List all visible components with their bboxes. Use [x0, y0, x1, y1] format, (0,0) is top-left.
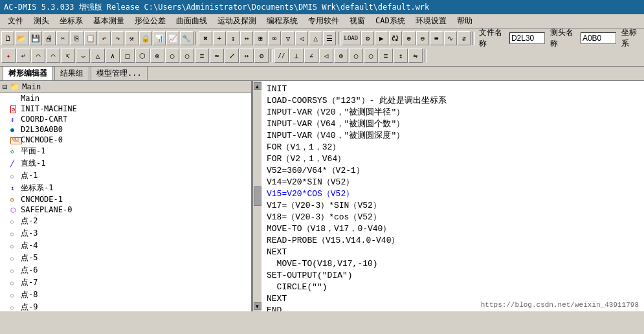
tb-redo[interactable]: ↷ — [111, 31, 124, 45]
tb2-btn15[interactable]: ≈ — [210, 49, 224, 63]
menu-cad[interactable]: CAD系统 — [370, 14, 410, 28]
tb2-btn17[interactable]: ↔ — [239, 49, 254, 63]
tb2-btn13[interactable]: ○ — [180, 49, 194, 63]
tree-node-cncmode-1[interactable]: ⚙CNCMODE-1 — [0, 194, 251, 205]
menu-help[interactable]: 帮助 — [452, 14, 478, 28]
tb2-btn9[interactable]: □ — [120, 49, 135, 63]
tb-btn16[interactable]: ⚙ — [361, 31, 374, 45]
tb-print[interactable]: 🖨 — [43, 31, 56, 45]
tb-btn22[interactable]: ∿ — [444, 31, 457, 45]
tab-model-manage[interactable]: 模型管理... — [91, 66, 148, 80]
scroll-thumb[interactable] — [254, 186, 261, 206]
tree-node-line-1[interactable]: ╱直线-1 — [0, 157, 251, 170]
menu-software[interactable]: 专用软件 — [303, 14, 344, 28]
menu-surface[interactable]: 曲面曲线 — [171, 14, 212, 28]
tree-node-point-5[interactable]: ○点-5 — [0, 252, 251, 264]
tb2-btn5[interactable]: ↸ — [61, 49, 75, 63]
menu-probe[interactable]: 测头 — [28, 14, 54, 28]
tb2-par1[interactable]: // — [274, 49, 289, 63]
scroll-down[interactable]: ▼ — [254, 302, 261, 310]
tb-btn13[interactable]: ◁ — [295, 31, 308, 45]
tb2-btn1[interactable]: ✦ — [1, 49, 16, 63]
tb-btn7[interactable]: + — [213, 31, 226, 45]
tb2-par7[interactable]: ○ — [364, 49, 378, 63]
tab-result-group[interactable]: 结果组 — [54, 66, 89, 80]
tree-node-point-7[interactable]: ○点-7 — [0, 276, 251, 289]
tb-btn4[interactable]: 📈 — [166, 31, 179, 45]
tree-scrollbar[interactable]: ▲ ▼ — [252, 81, 261, 311]
tb-btn5[interactable]: 🔧 — [180, 31, 193, 45]
tb-copy[interactable]: ⎘ — [70, 31, 83, 45]
tb2-par9[interactable]: ↕ — [394, 49, 408, 63]
tree-node-coord-cart[interactable]: ↕COORD-CART — [0, 114, 251, 124]
tb-cut[interactable]: ✂ — [56, 31, 69, 45]
tb-btn20[interactable]: ⊖ — [416, 31, 429, 45]
scroll-up[interactable]: ▲ — [254, 82, 261, 90]
tb2-btn10[interactable]: ⬡ — [135, 49, 150, 63]
tb2-par2[interactable]: ⊥ — [289, 49, 304, 63]
tree-node-d2l30a0b0[interactable]: ●D2L30A0B0 — [0, 124, 251, 135]
tb2-btn14[interactable]: ≡ — [195, 49, 209, 63]
tb2-par6[interactable]: ○ — [349, 49, 363, 63]
menu-geotol[interactable]: 形位公差 — [129, 14, 171, 28]
tb-btn15[interactable]: ☰ — [323, 31, 336, 45]
tb-btn1[interactable]: ⚒ — [125, 31, 138, 45]
menu-basic[interactable]: 基本测量 — [88, 14, 129, 28]
tab-tree-editor[interactable]: 树形编辑器 — [3, 66, 53, 80]
tb-btn6[interactable]: ✖ — [199, 31, 212, 45]
tb2-btn7[interactable]: △ — [91, 49, 105, 63]
tb-btn12[interactable]: ▽ — [282, 31, 294, 45]
tree-node-init-machine[interactable]: ⚙INIT-MACHINE — [0, 104, 251, 114]
menu-env[interactable]: 环境设置 — [410, 14, 452, 28]
tb-new[interactable]: 🗋 — [1, 31, 14, 45]
filename-input[interactable] — [509, 32, 545, 44]
tb-btn19[interactable]: ⊕ — [403, 31, 416, 45]
tb-btn10[interactable]: ⊞ — [254, 31, 267, 45]
tb-btn23[interactable]: ⇵ — [458, 31, 471, 45]
tb-open[interactable]: 📂 — [15, 31, 28, 45]
tb2-par5[interactable]: ⊕ — [334, 49, 348, 63]
tb2-par4[interactable]: ◁ — [319, 49, 333, 63]
tree-node-point-6[interactable]: ○点-6 — [0, 264, 251, 276]
tb-btn3[interactable]: 📊 — [153, 31, 166, 45]
tb2-btn16[interactable]: ⤢ — [225, 49, 239, 63]
tb2-btn11[interactable]: ⊗ — [150, 49, 164, 63]
tb2-config[interactable]: ⚙ — [254, 49, 269, 63]
tb-save[interactable]: 💾 — [29, 31, 42, 45]
tb-undo[interactable]: ↶ — [98, 31, 111, 45]
tb2-btn2[interactable]: ↩ — [16, 49, 30, 63]
menu-program[interactable]: 编程系统 — [261, 14, 303, 28]
tb2-btn4[interactable]: ⌒ — [46, 49, 60, 63]
tb-btn21[interactable]: ≡ — [430, 31, 443, 45]
tb-btn9[interactable]: ↔ — [240, 31, 253, 45]
probehead-input[interactable] — [581, 32, 616, 44]
tree-node-point-8[interactable]: ○点-8 — [0, 289, 251, 301]
tree-node-point-4[interactable]: ○点-4 — [0, 239, 251, 252]
tb-btn18[interactable]: 🗘 — [389, 31, 402, 45]
menu-motion[interactable]: 运动及探测 — [212, 14, 261, 28]
tb-load[interactable]: LOAD — [342, 31, 361, 45]
tb2-btn6[interactable]: ⌣ — [76, 49, 90, 63]
tb-btn17[interactable]: ▶ — [375, 31, 388, 45]
tree-node-main[interactable]: Main — [0, 93, 251, 104]
tree-node-plane-1[interactable]: ◇平面-1 — [0, 145, 251, 157]
tree-node-point-9[interactable]: ○点-9 — [0, 301, 251, 311]
tb2-btn12[interactable]: ○ — [165, 49, 179, 63]
tree-node-point-3[interactable]: ○点-3 — [0, 227, 251, 239]
menu-file[interactable]: 文件 — [3, 14, 28, 28]
tb2-par3[interactable]: ∠ — [304, 49, 318, 63]
tb-btn14[interactable]: △ — [309, 31, 322, 45]
tree-content[interactable]: Main⚙INIT-MACHINE↕COORD-CART●D2L30A0B0MN… — [0, 93, 251, 311]
tb2-par8[interactable]: ≡ — [379, 49, 393, 63]
tb-btn8[interactable]: ↕ — [227, 31, 239, 45]
tree-node-point-2[interactable]: ○点-2 — [0, 215, 251, 227]
tree-node-cncmode-0[interactable]: MNLCNCMODE-0 — [0, 135, 251, 145]
tb2-btn8[interactable]: ∧ — [105, 49, 120, 63]
tb-btn11[interactable]: ∞ — [268, 31, 281, 45]
tb2-btn3[interactable]: ⌒ — [31, 49, 45, 63]
tree-node-point-1[interactable]: ○点-1 — [0, 170, 251, 182]
menu-coord[interactable]: 坐标系 — [54, 14, 88, 28]
tree-node-coord-1[interactable]: ↕坐标系-1 — [0, 182, 251, 194]
tb-btn2[interactable]: 🔒 — [139, 31, 152, 45]
tb2-par10[interactable]: ⇋ — [408, 49, 423, 63]
